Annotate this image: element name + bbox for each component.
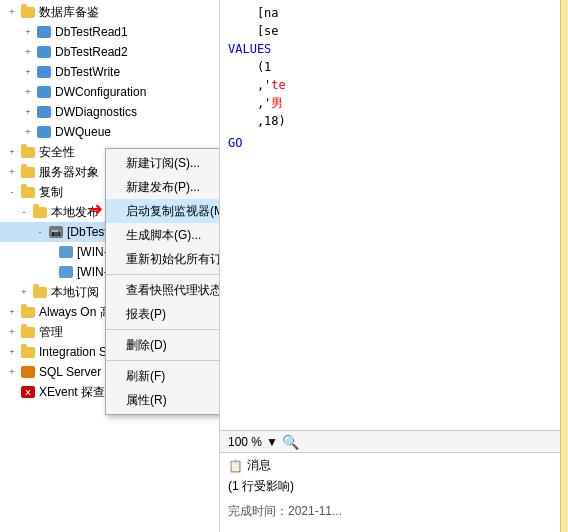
code-line: VALUES — [228, 40, 560, 58]
expand-icon[interactable]: + — [4, 364, 20, 380]
tree-label: 数据库备鉴 — [39, 4, 99, 21]
ctx-label: 报表(P) — [126, 306, 166, 323]
context-menu: 新建订阅(S)... 新建发布(P)... 启动复制监视器(M) 生成脚本(G)… — [105, 148, 220, 415]
sub-icon — [58, 264, 74, 280]
folder-icon — [20, 324, 36, 340]
ctx-new-publication[interactable]: 新建发布(P)... — [106, 175, 220, 199]
expand-icon — [48, 244, 58, 260]
zoom-label: 100 % — [228, 435, 262, 449]
ctx-refresh[interactable]: 刷新(F) — [106, 364, 220, 388]
agent-icon — [20, 364, 36, 380]
expand-icon[interactable]: - — [16, 204, 32, 220]
zoom-control: 100 % ▼ 🔍 — [228, 434, 299, 450]
tree-item-dbtestwrite[interactable]: + DbTestWrite — [0, 62, 219, 82]
ctx-new-subscription[interactable]: 新建订阅(S)... — [106, 151, 220, 175]
tree-item-dbtestread1[interactable]: + DbTestRead1 — [0, 22, 219, 42]
expand-icon[interactable]: - — [4, 184, 20, 200]
tree-item-dwqueue[interactable]: + DWQueue — [0, 122, 219, 142]
folder-icon — [20, 164, 36, 180]
expand-icon[interactable]: + — [20, 124, 36, 140]
tree-label: 管理 — [39, 324, 63, 341]
folder-icon — [20, 344, 36, 360]
tree-label: 本地订阅 — [51, 284, 99, 301]
db-icon — [36, 24, 52, 40]
ctx-report[interactable]: 报表(P) ▶ — [106, 302, 220, 326]
ctx-label: 查看快照代理状态(E) — [126, 282, 220, 299]
folder-icon — [20, 184, 36, 200]
object-explorer-panel: + 数据库备鉴 + DbTestRead1 + DbTestRead2 + Db… — [0, 0, 220, 532]
code-editor[interactable]: [na [se VALUES (1 ,'te ,'男 ,18) GO — [220, 0, 568, 430]
expand-icon[interactable]: + — [20, 24, 36, 40]
ctx-label: 刷新(F) — [126, 368, 165, 385]
ctx-label: 新建发布(P)... — [126, 179, 200, 196]
ctx-reinit-all[interactable]: 重新初始化所有订阅(Z) — [106, 247, 220, 271]
expand-icon[interactable]: + — [20, 64, 36, 80]
bottom-bar: 100 % ▼ 🔍 — [220, 430, 568, 452]
messages-row-count: (1 行受影响) — [228, 478, 560, 495]
code-line: [na — [228, 4, 560, 22]
code-line: [se — [228, 22, 560, 40]
tree-label: 安全性 — [39, 144, 75, 161]
tree-label: 服务器对象 — [39, 164, 99, 181]
xe-icon: X — [20, 384, 36, 400]
tree-label: 本地发布 — [51, 204, 99, 221]
ctx-divider-2 — [106, 329, 220, 330]
messages-content: (1 行受影响) — [228, 478, 560, 495]
expand-icon[interactable]: + — [4, 324, 20, 340]
expand-icon[interactable]: + — [4, 164, 20, 180]
ctx-label: 属性(R) — [126, 392, 167, 409]
messages-label: 📋 消息 — [228, 457, 560, 474]
zoom-icon: 🔍 — [282, 434, 299, 450]
tree-label: DbTestRead2 — [55, 45, 128, 59]
code-editor-panel: [na [se VALUES (1 ,'te ,'男 ,18) GO 100 %… — [220, 0, 568, 532]
tree-item-dwdiag[interactable]: + DWDiagnostics — [0, 102, 219, 122]
expand-icon[interactable]: + — [16, 284, 32, 300]
ctx-label: 生成脚本(G)... — [126, 227, 201, 244]
tree-label: DbTestRead1 — [55, 25, 128, 39]
messages-title: 消息 — [247, 457, 271, 474]
expand-icon[interactable]: - — [32, 224, 48, 240]
folder-icon — [32, 284, 48, 300]
db-icon — [36, 44, 52, 60]
code-line: (1 — [228, 58, 560, 76]
ctx-start-monitor[interactable]: 启动复制监视器(M) — [106, 199, 220, 223]
tree-item-dwconfig[interactable]: + DWConfiguration — [0, 82, 219, 102]
camera-icon: 📷 — [48, 224, 64, 240]
expand-icon — [48, 264, 58, 280]
db-icon — [36, 124, 52, 140]
expand-icon[interactable]: + — [4, 344, 20, 360]
tree-label: DWQueue — [55, 125, 111, 139]
tree-item-dbtestread2[interactable]: + DbTestRead2 — [0, 42, 219, 62]
messages-footer: 完成时间：2021-11... — [228, 503, 560, 520]
expand-icon — [4, 384, 20, 400]
folder-icon — [20, 304, 36, 320]
ctx-delete[interactable]: 删除(D) — [106, 333, 220, 357]
ctx-divider-1 — [106, 274, 220, 275]
zoom-down-icon[interactable]: ▼ — [266, 435, 278, 449]
expand-icon[interactable]: + — [20, 104, 36, 120]
ctx-label: 启动复制监视器(M) — [126, 203, 220, 220]
ctx-generate-script[interactable]: 生成脚本(G)... — [106, 223, 220, 247]
tree-label: DbTestWrite — [55, 65, 120, 79]
expand-icon[interactable]: + — [20, 44, 36, 60]
tree-label: DWConfiguration — [55, 85, 146, 99]
ctx-properties[interactable]: 属性(R) — [106, 388, 220, 412]
messages-tab-icon: 📋 — [228, 459, 243, 473]
db-icon — [36, 104, 52, 120]
expand-icon[interactable]: + — [4, 144, 20, 160]
ctx-label: 删除(D) — [126, 337, 167, 354]
expand-icon[interactable]: + — [4, 304, 20, 320]
code-line: ,18) — [228, 112, 560, 130]
expand-icon[interactable]: + — [20, 84, 36, 100]
db-icon — [36, 64, 52, 80]
scroll-indicator-margin — [560, 0, 568, 532]
tree-label: 复制 — [39, 184, 63, 201]
ctx-view-proxy[interactable]: 查看快照代理状态(E) — [106, 278, 220, 302]
expand-icon[interactable]: + — [4, 4, 20, 20]
messages-panel: 📋 消息 (1 行受影响) 完成时间：2021-11... — [220, 452, 568, 532]
sub-icon — [58, 244, 74, 260]
folder-icon — [20, 4, 36, 20]
tree-item-dbbackup[interactable]: + 数据库备鉴 — [0, 2, 219, 22]
code-line: ,'te — [228, 76, 560, 94]
folder-icon — [20, 144, 36, 160]
